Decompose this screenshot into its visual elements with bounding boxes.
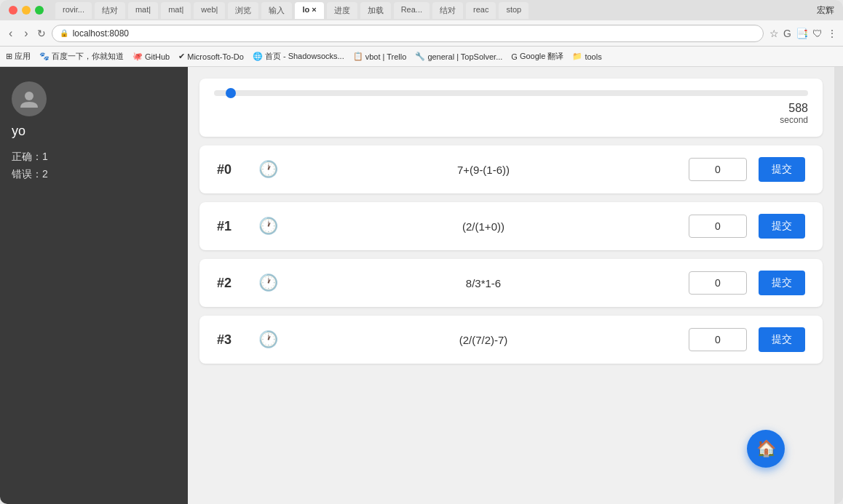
progress-info: 588 second: [214, 102, 808, 125]
toolbar-icons: ☆ G 📑 🛡 ⋮: [769, 28, 837, 39]
answer-input-0[interactable]: [689, 158, 747, 181]
folder-icon: 📁: [572, 52, 582, 61]
tab-jiedui1[interactable]: 结对: [95, 2, 125, 19]
clock-icon-0: 🕐: [258, 160, 278, 179]
progress-unit: second: [780, 115, 808, 125]
bookmark-vbot[interactable]: 📋 vbot | Trello: [353, 52, 407, 61]
ss-icon: 🌐: [253, 52, 263, 61]
window-title: 宏辉: [817, 4, 834, 17]
avatar: [12, 81, 47, 116]
question-card-1: #1 🕐 (2/(1+0)) 提交: [199, 202, 823, 250]
browser-window: rovir... 结对 mat| mat| web| 浏览 输入 lo × 进度…: [0, 0, 843, 504]
apps-icon: ⊞: [6, 52, 12, 61]
bookmark-shadowsocks[interactable]: 🌐 首页 - Shadowsocks...: [253, 51, 344, 62]
question-card-2: #2 🕐 8/3*1-6 提交: [199, 259, 823, 307]
correct-stat: 正确：1: [12, 151, 48, 164]
tab-jiedui2[interactable]: 结对: [432, 2, 463, 19]
answer-input-3[interactable]: [689, 328, 747, 351]
tab-input[interactable]: 输入: [261, 2, 292, 19]
svg-point-0: [25, 92, 33, 100]
github-icon: 🐙: [132, 52, 143, 61]
submit-button-3[interactable]: 提交: [759, 327, 805, 352]
home-fab[interactable]: 🏠: [747, 430, 785, 468]
tab-load[interactable]: 加载: [360, 2, 391, 19]
back-button[interactable]: ‹: [6, 25, 15, 41]
tab-react[interactable]: reac: [466, 2, 496, 19]
clock-icon-1: 🕐: [258, 217, 278, 236]
clock-icon-3: 🕐: [258, 330, 278, 349]
address-text: localhost:8080: [73, 28, 756, 39]
maximize-button[interactable]: [35, 6, 44, 15]
tab-lo-active[interactable]: lo ×: [295, 2, 323, 19]
question-num-3: #3: [217, 332, 246, 348]
wrong-stat: 错误：2: [12, 168, 48, 181]
question-expr-3: (2/(7/2)-7): [290, 334, 677, 346]
minimize-button[interactable]: [22, 6, 31, 15]
refresh-button[interactable]: ↻: [37, 28, 46, 39]
tab-progress[interactable]: 进度: [327, 2, 357, 19]
answer-input-2[interactable]: [689, 271, 747, 295]
clock-icon-2: 🕐: [258, 273, 278, 292]
bookmark-general[interactable]: 🔧 general | TopSolver...: [415, 52, 502, 61]
question-num-1: #1: [217, 219, 246, 234]
trello-icon: 📋: [353, 52, 363, 61]
question-card-3: #3 🕐 (2/(7/2)-7) 提交: [199, 316, 823, 364]
more-icon[interactable]: ⋮: [827, 28, 837, 39]
home-icon: 🏠: [756, 439, 776, 458]
translate-icon[interactable]: G: [783, 28, 791, 39]
question-expr-0: 7+(9-(1-6)): [290, 164, 677, 176]
progress-time: 588 second: [780, 102, 808, 125]
answer-input-1[interactable]: [689, 215, 747, 238]
submit-button-1[interactable]: 提交: [759, 214, 805, 239]
bookmark-translate[interactable]: G Google 翻译: [511, 51, 563, 62]
lock-icon: 🔒: [60, 29, 68, 37]
question-num-2: #2: [217, 276, 246, 291]
bookmark-icon[interactable]: 📑: [796, 28, 808, 39]
bookmark-todo[interactable]: ✔ Microsoft-To-Do: [178, 52, 244, 61]
question-card-0: #0 🕐 7+(9-(1-6)) 提交: [199, 145, 823, 193]
tab-mat2[interactable]: mat|: [161, 2, 191, 19]
browser-content: yo 正确：1 错误：2 588 second: [0, 67, 843, 504]
tab-rear[interactable]: Rea...: [394, 2, 430, 19]
progress-bar: [214, 90, 808, 96]
bookmark-apps[interactable]: ⊞ 应用: [6, 51, 31, 62]
question-expr-2: 8/3*1-6: [290, 277, 677, 289]
bookmarks-bar: ⊞ 应用 🐾 百度一下，你就知道 🐙 GitHub ✔ Microsoft-To…: [0, 47, 843, 67]
submit-button-2[interactable]: 提交: [759, 271, 805, 295]
tab-browse[interactable]: 浏览: [228, 2, 258, 19]
progress-card: 588 second: [199, 79, 823, 137]
shield-icon[interactable]: 🛡: [812, 28, 823, 39]
progress-seconds: 588: [780, 102, 808, 115]
forward-button[interactable]: ›: [21, 25, 31, 41]
bookmark-baidu[interactable]: 🐾 百度一下，你就知道: [39, 51, 124, 62]
bookmark-github[interactable]: 🐙 GitHub: [132, 52, 170, 61]
address-bar[interactable]: 🔒 localhost:8080: [52, 25, 764, 42]
close-button[interactable]: [9, 6, 17, 15]
traffic-lights: [9, 6, 44, 15]
sidebar: yo 正确：1 错误：2: [0, 67, 188, 504]
toolbar: ‹ › ↻ 🔒 localhost:8080 ☆ G 📑 🛡 ⋮: [0, 20, 843, 47]
tab-web[interactable]: web|: [194, 2, 225, 19]
username: yo: [12, 124, 25, 139]
general-icon: 🔧: [415, 52, 425, 61]
scrollbar[interactable]: [834, 67, 843, 504]
main-content: 588 second #0 🕐 7+(9-(1-6)) 提交 #1 🕐 (2/(…: [188, 67, 834, 504]
progress-dot: [226, 88, 236, 98]
question-num-0: #0: [217, 162, 246, 177]
question-expr-1: (2/(1+0)): [290, 220, 677, 233]
submit-button-0[interactable]: 提交: [759, 157, 805, 182]
baidu-icon: 🐾: [39, 52, 50, 61]
bookmark-tools[interactable]: 📁 tools: [572, 52, 601, 61]
tab-stop[interactable]: stop: [499, 2, 529, 19]
tab-mat1[interactable]: mat|: [128, 2, 158, 19]
google-icon: G: [511, 52, 518, 61]
star-icon[interactable]: ☆: [769, 28, 779, 39]
todo-icon: ✔: [178, 52, 185, 61]
title-bar: rovir... 结对 mat| mat| web| 浏览 输入 lo × 进度…: [0, 0, 843, 20]
tab-rovir[interactable]: rovir...: [55, 2, 92, 19]
